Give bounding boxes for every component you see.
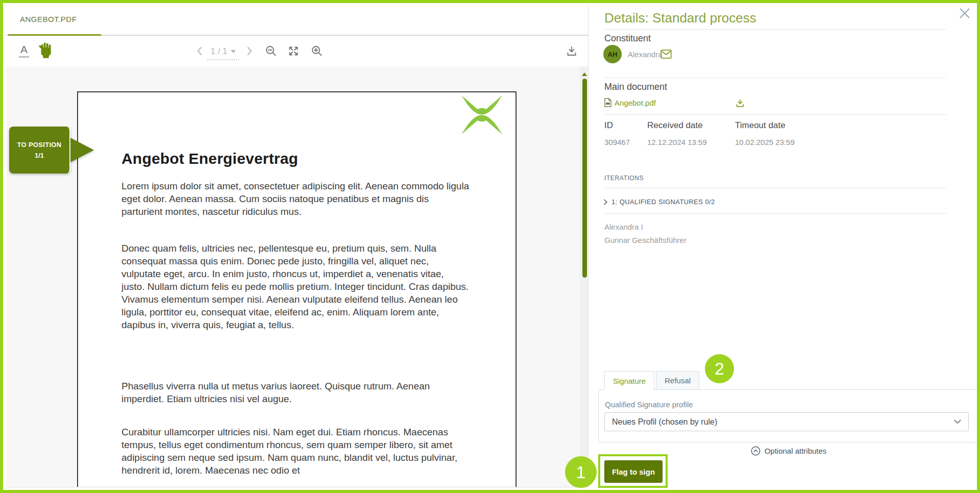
meta-value-row: 309467 12.12.2024 13:59 10.02.2025 23:59 (604, 138, 795, 146)
panel-title: Details: Standard process (604, 10, 756, 26)
divider (604, 29, 946, 30)
divider (604, 114, 946, 115)
chevron-right-icon (602, 199, 608, 206)
pdf-page: Angebot Energievertrag Lorem ipsum dolor… (77, 91, 517, 487)
tab-signature[interactable]: Signature (604, 371, 654, 390)
callout-badge-2: 2 (705, 354, 734, 383)
brand-x-logo (460, 94, 504, 135)
main-document-heading: Main document (604, 82, 667, 92)
divider (604, 213, 946, 214)
scrollbar-up-arrow-icon[interactable] (582, 72, 587, 76)
flag-button-highlight (598, 454, 668, 488)
text-annotation-tool-button[interactable]: A (17, 43, 31, 59)
zoom-in-icon (311, 45, 323, 57)
document-paragraph: Lorem ipsum dolor sit amet, consectetuer… (121, 180, 470, 218)
viewer-scrollbar-thumb[interactable] (582, 79, 587, 278)
app-root: ANGEBOT.PDF A (6, 6, 974, 487)
chevron-up-circle-icon (751, 446, 761, 456)
meta-header-id: ID (604, 120, 647, 131)
font-icon: A (20, 44, 28, 55)
chevron-down-icon (954, 420, 961, 424)
page-indicator-label: 1 / 1 (210, 46, 227, 57)
send-email-button[interactable] (659, 48, 673, 60)
to-position-label: TO POSITION (17, 141, 62, 149)
signer-name: Alexandra I (604, 223, 643, 231)
page-indicator[interactable]: 1 / 1 (207, 44, 239, 60)
iteration-label: 1: QUALIFIED SIGNATURES 0/2 (611, 198, 715, 206)
document-tabbar: ANGEBOT.PDF (6, 6, 588, 36)
fullscreen-button[interactable] (287, 44, 300, 58)
meta-header-received: Received date (647, 120, 735, 131)
zoom-out-icon (265, 45, 277, 57)
signer-name: Gunnar Geschäftsführer (604, 236, 687, 244)
previous-page-button[interactable] (194, 45, 205, 57)
meta-header-row: ID Received date Timeout date (604, 120, 786, 131)
document-title: Angebot Energievertrag (121, 150, 298, 167)
pdf-viewer-card: ANGEBOT.PDF A (6, 6, 589, 487)
to-position-badge[interactable]: TO POSITION 1/1 (9, 127, 70, 174)
meta-value-id: 309467 (604, 138, 647, 146)
tab-refusal[interactable]: Refusal (656, 371, 699, 390)
main-document-file[interactable]: Angebot.pdf (604, 98, 656, 107)
to-position-arrow (70, 138, 94, 162)
signature-profile-label: Qualified Signature profile (605, 400, 693, 409)
to-position-count: 1/1 (35, 152, 44, 159)
chevron-right-icon (246, 46, 253, 56)
iteration-expander[interactable]: 1: QUALIFIED SIGNATURES 0/2 (602, 198, 715, 206)
pan-tool-button[interactable] (38, 41, 54, 59)
document-paragraph: Curabitur ullamcorper ultricies nisi. Na… (121, 426, 470, 477)
action-tabs: Signature Refusal (604, 371, 699, 390)
document-paragraph: Phasellus viverra nulla ut metus varius … (121, 380, 470, 405)
fullscreen-icon (287, 45, 300, 57)
download-icon (735, 98, 745, 108)
meta-header-timeout: Timeout date (735, 120, 786, 131)
zoom-in-button[interactable] (310, 44, 324, 58)
chevron-left-icon (196, 46, 203, 56)
pdf-file-icon (604, 98, 611, 107)
download-icon (566, 45, 578, 57)
constituent-heading: Constituent (604, 33, 651, 44)
next-page-button[interactable] (244, 45, 255, 57)
divider (604, 78, 946, 78)
signature-profile-value: Neues Profil (chosen by rule) (612, 417, 954, 427)
signature-profile-select[interactable]: Neues Profil (chosen by rule) (604, 412, 969, 431)
close-dialog-button[interactable] (957, 5, 973, 21)
zoom-out-button[interactable] (264, 44, 278, 58)
avatar: AH (603, 45, 622, 63)
document-scroll-area[interactable]: Angebot Energievertrag Lorem ipsum dolor… (6, 66, 588, 487)
viewer-toolbar: A (6, 36, 588, 66)
details-panel: Details: Standard process Constituent AH… (596, 6, 980, 493)
page-dropdown-caret-icon (231, 50, 236, 53)
document-paragraph: Donec quam felis, ultricies nec, pellent… (121, 242, 470, 331)
optional-attributes-label: Optional attributes (765, 447, 827, 455)
constituent-name: Alexandra (628, 50, 663, 59)
tab-angebot-pdf[interactable]: ANGEBOT.PDF (20, 15, 77, 23)
hand-icon (38, 41, 54, 59)
divider (604, 188, 946, 188)
callout-badge-1: 1 (565, 456, 597, 488)
meta-value-received: 12.12.2024 13:59 (647, 138, 735, 146)
download-document-button[interactable] (565, 44, 579, 58)
main-document-filename: Angebot.pdf (615, 98, 656, 107)
close-icon (958, 7, 971, 20)
font-underline-bar (19, 56, 29, 58)
download-file-button[interactable] (734, 97, 746, 109)
meta-value-timeout: 10.02.2025 23:59 (735, 138, 795, 146)
iterations-heading: ITERATIONS (604, 175, 644, 182)
envelope-icon (660, 50, 672, 59)
